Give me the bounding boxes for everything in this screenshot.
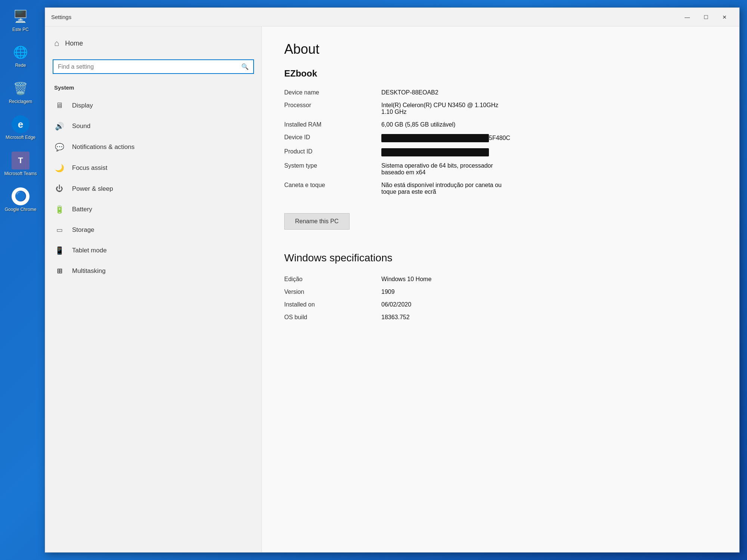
spec-row-caneta: Caneta e toque Não está disponível intro… bbox=[284, 179, 717, 198]
reciclagem-icon: 🗑️ bbox=[12, 80, 30, 97]
sidebar-home-item[interactable]: ⌂ Home bbox=[45, 34, 261, 53]
home-icon: ⌂ bbox=[54, 38, 59, 48]
win-spec-value-os-build: 18363.752 bbox=[381, 314, 717, 321]
display-icon: 🖥 bbox=[54, 101, 65, 110]
search-container: 🔍 bbox=[45, 56, 261, 81]
win-specs-table: Edição Windows 10 Home Version 1909 Inst… bbox=[284, 273, 717, 324]
spec-value-processor: Intel(R) Celeron(R) CPU N3450 @ 1.10GHz1… bbox=[381, 102, 717, 115]
edge-icon: e bbox=[12, 115, 30, 133]
sidebar-item-power-sleep[interactable]: ⏻ Power & sleep bbox=[45, 178, 261, 199]
spec-label-product-id: Product ID bbox=[284, 148, 374, 156]
spec-row-device-id: Device ID ████████████████████████5F480C bbox=[284, 131, 717, 145]
notifications-label: Notifications & actions bbox=[72, 143, 134, 151]
win-spec-value-edition: Windows 10 Home bbox=[381, 276, 717, 283]
search-icon: 🔍 bbox=[241, 63, 249, 70]
spec-label-device-name: Device name bbox=[284, 89, 374, 96]
win-spec-value-version: 1909 bbox=[381, 289, 717, 295]
spec-value-ram: 6,00 GB (5,85 GB utilizável) bbox=[381, 121, 717, 128]
close-button[interactable]: ✕ bbox=[716, 11, 733, 23]
desktop-icon-reciclagem[interactable]: 🗑️ Reciclagem bbox=[4, 80, 37, 104]
sidebar: ⌂ Home 🔍 System 🖥 Display bbox=[45, 27, 262, 552]
sound-label: Sound bbox=[72, 122, 90, 130]
chrome-icon: 🔵 bbox=[12, 187, 30, 205]
spec-value-device-id: ████████████████████████5F480C bbox=[381, 134, 717, 142]
rename-pc-button[interactable]: Rename this PC bbox=[284, 213, 350, 230]
sidebar-item-storage[interactable]: ▭ Storage bbox=[45, 220, 261, 240]
about-title: About bbox=[284, 41, 717, 57]
desktop-icon-teams[interactable]: T Microsoft Teams bbox=[4, 152, 37, 176]
desktop-icon-edge[interactable]: e Microsoft Edge bbox=[4, 115, 37, 140]
spec-label-processor: Processor bbox=[284, 102, 374, 115]
display-label: Display bbox=[72, 102, 93, 109]
settings-window: Settings — ☐ ✕ ⌂ Home 🔍 bbox=[45, 7, 740, 553]
sound-icon: 🔊 bbox=[54, 122, 65, 131]
win-spec-value-installed-on: 06/02/2020 bbox=[381, 301, 717, 308]
spec-label-device-id: Device ID bbox=[284, 134, 374, 142]
specs-table: Device name DESKTOP-88EOAB2 Processor In… bbox=[284, 86, 717, 198]
rede-icon: 🌐 bbox=[12, 43, 30, 61]
rede-label: Rede bbox=[15, 63, 26, 68]
focus-assist-label: Focus assist bbox=[72, 164, 107, 172]
win-spec-label-edition: Edição bbox=[284, 276, 374, 283]
notifications-icon: 💬 bbox=[54, 143, 65, 152]
spec-value-system-type: Sistema operativo de 64 bits, processado… bbox=[381, 162, 717, 176]
search-box: 🔍 bbox=[53, 59, 254, 74]
spec-row-device-name: Device name DESKTOP-88EOAB2 bbox=[284, 86, 717, 99]
spec-row-ram: Installed RAM 6,00 GB (5,85 GB utilizáve… bbox=[284, 118, 717, 131]
win-spec-row-os-build: OS build 18363.752 bbox=[284, 311, 717, 324]
tablet-mode-icon: 📱 bbox=[54, 246, 65, 255]
sidebar-item-multitasking[interactable]: ⊞ Multitasking bbox=[45, 261, 261, 281]
spec-value-caneta: Não está disponível introdução por canet… bbox=[381, 182, 717, 195]
spec-label-ram: Installed RAM bbox=[284, 121, 374, 128]
sidebar-item-battery[interactable]: 🔋 Battery bbox=[45, 199, 261, 220]
spec-row-system-type: System type Sistema operativo de 64 bits… bbox=[284, 159, 717, 179]
win-spec-row-version: Version 1909 bbox=[284, 286, 717, 298]
reciclagem-label: Reciclagem bbox=[9, 99, 32, 104]
spec-row-product-id: Product ID ████████████████████████ bbox=[284, 145, 717, 159]
focus-assist-icon: 🌙 bbox=[54, 164, 65, 172]
teams-label: Microsoft Teams bbox=[4, 171, 37, 176]
device-name-header: EZbook bbox=[284, 68, 717, 79]
win-spec-row-edition: Edição Windows 10 Home bbox=[284, 273, 717, 286]
desktop-icon-chrome[interactable]: 🔵 Google Chrome bbox=[4, 187, 37, 212]
sidebar-item-display[interactable]: 🖥 Display bbox=[45, 95, 261, 116]
edge-label: Microsoft Edge bbox=[6, 135, 35, 140]
desktop-icon-rede[interactable]: 🌐 Rede bbox=[4, 43, 37, 68]
win-spec-row-installed-on: Installed on 06/02/2020 bbox=[284, 298, 717, 311]
chrome-label: Google Chrome bbox=[5, 207, 37, 212]
sidebar-item-notifications[interactable]: 💬 Notifications & actions bbox=[45, 137, 261, 158]
battery-icon: 🔋 bbox=[54, 205, 65, 214]
multitasking-label: Multitasking bbox=[72, 267, 106, 275]
spec-value-device-name: DESKTOP-88EOAB2 bbox=[381, 89, 717, 96]
window-title: Settings bbox=[51, 14, 71, 20]
tablet-mode-label: Tablet mode bbox=[72, 247, 107, 254]
spec-value-product-id: ████████████████████████ bbox=[381, 148, 717, 156]
title-bar: Settings — ☐ ✕ bbox=[45, 8, 739, 27]
sidebar-item-sound[interactable]: 🔊 Sound bbox=[45, 116, 261, 137]
maximize-button[interactable]: ☐ bbox=[697, 11, 715, 23]
battery-label: Battery bbox=[72, 206, 92, 213]
este-pc-icon: 🖥️ bbox=[12, 7, 30, 25]
sidebar-item-focus-assist[interactable]: 🌙 Focus assist bbox=[45, 158, 261, 178]
win-spec-label-version: Version bbox=[284, 289, 374, 295]
spec-label-caneta: Caneta e toque bbox=[284, 182, 374, 195]
power-sleep-label: Power & sleep bbox=[72, 185, 113, 193]
content-panel: About EZbook Device name DESKTOP-88EOAB2… bbox=[262, 27, 739, 552]
spec-row-processor: Processor Intel(R) Celeron(R) CPU N3450 … bbox=[284, 99, 717, 118]
desktop: 🖥️ Este PC 🌐 Rede 🗑️ Reciclagem e Micros… bbox=[0, 0, 747, 560]
desktop-icons-area: 🖥️ Este PC 🌐 Rede 🗑️ Reciclagem e Micros… bbox=[0, 0, 41, 560]
search-input[interactable] bbox=[58, 63, 238, 70]
power-sleep-icon: ⏻ bbox=[54, 184, 65, 193]
desktop-icon-este-pc[interactable]: 🖥️ Este PC bbox=[4, 7, 37, 32]
este-pc-label: Este PC bbox=[12, 27, 29, 32]
windows-specs-title: Windows specifications bbox=[284, 252, 717, 264]
home-label: Home bbox=[65, 40, 83, 47]
minimize-button[interactable]: — bbox=[679, 11, 696, 23]
storage-icon: ▭ bbox=[54, 226, 65, 234]
system-section-label: System bbox=[45, 81, 261, 95]
sidebar-item-tablet-mode[interactable]: 📱 Tablet mode bbox=[45, 240, 261, 261]
storage-label: Storage bbox=[72, 226, 94, 234]
main-content: ⌂ Home 🔍 System 🖥 Display bbox=[45, 27, 739, 552]
window-controls: — ☐ ✕ bbox=[679, 11, 733, 23]
win-spec-label-installed-on: Installed on bbox=[284, 301, 374, 308]
